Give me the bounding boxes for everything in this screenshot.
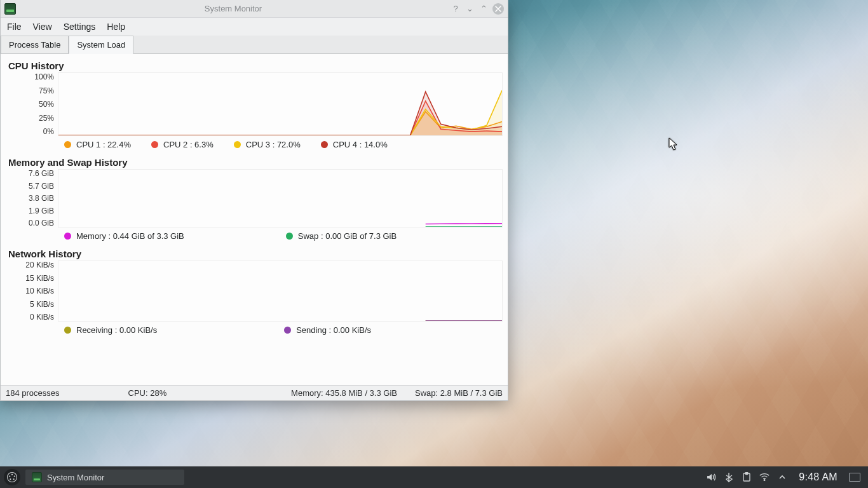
memory-legend-item: Memory : 0.44 GiB of 3.3 GiB	[64, 231, 184, 241]
memory-ytick: 7.6 GiB	[6, 169, 54, 178]
titlebar[interactable]: System Monitor ? ⌄ ⌃	[1, 0, 508, 18]
clock[interactable]: 9:48 AM	[799, 471, 837, 483]
maximize-button[interactable]: ⌃	[478, 4, 489, 14]
volume-icon[interactable]	[706, 472, 716, 482]
cpu-ytick: 100%	[6, 72, 54, 81]
help-button[interactable]: ?	[451, 4, 461, 14]
cpu-ytick: 25%	[6, 114, 54, 123]
memory-chart-wrap: 7.6 GiB 5.7 GiB 3.8 GiB 1.9 GiB 0.0 GiB	[6, 169, 503, 227]
svg-point-4	[10, 478, 11, 480]
cpu-legend-item: CPU 1 : 22.4%	[64, 140, 131, 149]
menu-file[interactable]: File	[7, 22, 22, 32]
content-area: CPU History 100% 75% 50% 25% 0% CPU 1 : …	[1, 54, 508, 385]
taskbar: System Monitor 9:48 AM	[0, 466, 868, 488]
network-ytick: 5 KiB/s	[6, 300, 54, 309]
minimize-button[interactable]: ⌄	[465, 4, 475, 14]
dot-icon	[151, 141, 158, 148]
dot-icon	[64, 141, 71, 148]
cpu-legend-item: CPU 2 : 6.3%	[151, 140, 214, 149]
network-ytick: 15 KiB/s	[6, 274, 54, 283]
network-y-axis: 20 KiB/s 15 KiB/s 10 KiB/s 5 KiB/s 0 KiB…	[6, 261, 58, 322]
dot-icon	[284, 327, 291, 334]
dot-icon	[64, 327, 71, 334]
cpu-ytick: 50%	[6, 100, 54, 109]
taskbar-task-system-monitor[interactable]: System Monitor	[25, 470, 184, 485]
menu-view[interactable]: View	[33, 22, 52, 32]
cpu-chart	[58, 72, 503, 136]
cpu-history-title: CPU History	[8, 60, 503, 71]
cpu-legend-item: CPU 3 : 72.0%	[234, 140, 301, 149]
memory-legend: Memory : 0.44 GiB of 3.3 GiB Swap : 0.00…	[6, 227, 503, 246]
network-ytick: 10 KiB/s	[6, 287, 54, 295]
svg-point-1	[11, 474, 13, 475]
memory-ytick: 5.7 GiB	[6, 182, 54, 191]
tabbar: Process Table System Load	[1, 36, 508, 54]
task-label: System Monitor	[47, 473, 104, 482]
status-cpu: CPU: 28%	[128, 388, 167, 398]
dot-icon	[321, 141, 328, 148]
network-legend-item: Receiving : 0.00 KiB/s	[64, 325, 157, 335]
menu-settings[interactable]: Settings	[64, 22, 96, 32]
status-memory: Memory: 435.8 MiB / 3.3 GiB	[291, 388, 397, 398]
tab-system-load[interactable]: System Load	[69, 36, 133, 54]
statusbar: 184 processes CPU: 28% Memory: 435.8 MiB…	[1, 385, 508, 400]
svg-point-8	[764, 480, 765, 481]
cpu-ytick: 0%	[6, 127, 54, 136]
status-swap: Swap: 2.8 MiB / 7.3 GiB	[415, 388, 503, 398]
tray-expand-icon[interactable]	[777, 472, 787, 482]
status-processes: 184 processes	[6, 388, 60, 398]
memory-ytick: 0.0 GiB	[6, 219, 54, 227]
cpu-legend-item: CPU 4 : 14.0%	[321, 140, 388, 149]
network-icon[interactable]	[759, 472, 770, 482]
show-desktop-button[interactable]	[849, 473, 860, 482]
dot-icon	[286, 233, 293, 240]
system-tray: 9:48 AM	[706, 471, 864, 483]
memory-chart	[58, 169, 503, 227]
clipboard-icon[interactable]	[742, 472, 752, 482]
memory-history-title: Memory and Swap History	[8, 157, 503, 168]
network-ytick: 0 KiB/s	[6, 313, 54, 322]
memory-ytick: 3.8 GiB	[6, 194, 54, 203]
system-monitor-window: System Monitor ? ⌄ ⌃ File View Settings …	[0, 0, 508, 401]
svg-rect-7	[745, 473, 748, 475]
network-legend: Receiving : 0.00 KiB/s Sending : 0.00 Ki…	[6, 322, 503, 340]
network-chart-wrap: 20 KiB/s 15 KiB/s 10 KiB/s 5 KiB/s 0 KiB…	[6, 261, 503, 322]
system-monitor-icon	[4, 3, 16, 15]
svg-point-2	[14, 475, 15, 477]
cpu-chart-wrap: 100% 75% 50% 25% 0%	[6, 72, 503, 136]
tab-process-table[interactable]: Process Table	[1, 36, 69, 53]
window-buttons: ? ⌄ ⌃	[451, 3, 504, 15]
svg-point-5	[9, 475, 10, 477]
cpu-ytick: 75%	[6, 86, 54, 95]
memory-ytick: 1.9 GiB	[6, 207, 54, 215]
dot-icon	[234, 141, 241, 148]
cpu-y-axis: 100% 75% 50% 25% 0%	[6, 72, 58, 136]
memory-legend-item: Swap : 0.00 GiB of 7.3 GiB	[286, 231, 397, 241]
menubar: File View Settings Help	[1, 18, 508, 36]
network-legend-item: Sending : 0.00 KiB/s	[284, 325, 371, 335]
dot-icon	[64, 233, 71, 240]
network-chart	[58, 261, 503, 322]
network-history-title: Network History	[8, 248, 503, 259]
bluetooth-icon[interactable]	[724, 472, 734, 482]
application-launcher[interactable]	[4, 469, 20, 485]
system-monitor-icon	[32, 472, 42, 482]
svg-point-3	[13, 478, 15, 480]
menu-help[interactable]: Help	[107, 22, 125, 32]
cpu-legend: CPU 1 : 22.4% CPU 2 : 6.3% CPU 3 : 72.0%…	[6, 136, 503, 154]
network-ytick: 20 KiB/s	[6, 261, 54, 269]
close-button[interactable]	[492, 3, 504, 15]
memory-y-axis: 7.6 GiB 5.7 GiB 3.8 GiB 1.9 GiB 0.0 GiB	[6, 169, 58, 227]
window-title: System Monitor	[16, 4, 451, 13]
